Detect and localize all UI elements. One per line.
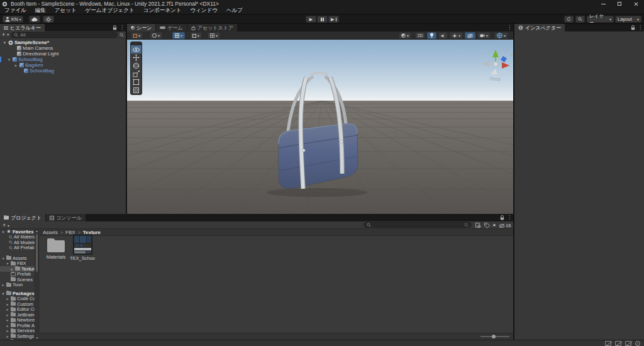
tree-package-item[interactable]: ▸Custom NUnit: [0, 301, 38, 307]
layout-dropdown[interactable]: Layout ▾: [615, 16, 641, 23]
kebab-menu-icon[interactable]: ⋮: [119, 25, 125, 30]
snap-settings-dropdown[interactable]: ▾: [208, 32, 220, 39]
create-dropdown-icon[interactable]: ▾: [8, 224, 9, 228]
tree-assets[interactable]: ▾ Assets: [0, 255, 38, 261]
asset-item-texture[interactable]: TEX_Schoo…: [70, 235, 95, 261]
step-button[interactable]: ▶: [328, 16, 339, 23]
tree-row-bagamr[interactable]: ▸ BagAmr: [0, 62, 126, 68]
menu-help[interactable]: ヘルプ: [222, 7, 247, 14]
tree-texture[interactable]: ▸ Texture: [0, 266, 38, 272]
cloud-button[interactable]: [29, 16, 40, 23]
menu-component[interactable]: コンポーネント: [139, 7, 186, 14]
tree-package-item[interactable]: ▸JetBrains Rider: [0, 312, 38, 318]
lock-icon[interactable]: [113, 25, 117, 30]
tree-scrollbar[interactable]: ▲ ▼: [35, 229, 38, 340]
search-options-icon[interactable]: [464, 223, 469, 227]
play-button[interactable]: ▶: [306, 16, 316, 23]
scale-tool-button[interactable]: [131, 70, 142, 78]
favorites-root[interactable]: ▾ ★ Favorites: [0, 229, 38, 235]
foldout-icon[interactable]: ▾: [1, 230, 5, 234]
foldout-icon[interactable]: ▾: [1, 291, 5, 296]
maximize-button[interactable]: [611, 0, 628, 8]
tree-fbx[interactable]: ▾ FBX: [0, 261, 38, 267]
scene-viewport[interactable]: Persp: [127, 40, 513, 214]
tree-package-item[interactable]: ▸Code Coverage: [0, 296, 38, 302]
tree-row-main-camera[interactable]: Main Camera: [0, 45, 126, 51]
lighting-toggle[interactable]: [427, 32, 436, 39]
transform-tool-button[interactable]: [131, 86, 142, 94]
create-dropdown-icon[interactable]: ▾: [7, 33, 9, 36]
2d-toggle[interactable]: 2D: [415, 32, 425, 39]
minimize-button[interactable]: [595, 0, 611, 8]
foldout-icon[interactable]: ▸: [6, 318, 9, 322]
project-search-input[interactable]: [364, 222, 472, 228]
foldout-icon[interactable]: ▸: [6, 302, 9, 306]
layers-dropdown[interactable]: レイヤー ▾: [587, 16, 614, 23]
foldout-icon[interactable]: ▾: [6, 261, 9, 265]
rect-tool-button[interactable]: [131, 78, 142, 86]
tree-prefab[interactable]: Prefab: [0, 272, 38, 277]
tree-package-item[interactable]: ▸Profile Analyzer: [0, 323, 38, 328]
tree-packages[interactable]: ▾ Packages: [0, 291, 38, 296]
tab-scene[interactable]: シーン: [127, 24, 156, 31]
background-tasks-icon[interactable]: ✓: [635, 341, 640, 346]
menu-file[interactable]: ファイル: [0, 7, 31, 14]
account-dropdown[interactable]: KN ▾: [3, 16, 23, 23]
create-button[interactable]: +: [2, 31, 5, 38]
tab-console[interactable]: コンソール: [46, 214, 86, 221]
tree-scenes[interactable]: Scenes: [0, 277, 38, 282]
splitter[interactable]: [513, 24, 514, 340]
tree-package-item[interactable]: ▸Settings Manager: [0, 333, 38, 339]
foldout-icon[interactable]: ▸: [6, 307, 9, 311]
foldout-icon[interactable]: ▾: [3, 40, 7, 45]
tab-hierarchy[interactable]: ヒエラルキー: [0, 24, 45, 31]
foldout-icon[interactable]: ▾: [7, 57, 11, 62]
rotate-tool-button[interactable]: [131, 62, 142, 70]
grid-snapping-toggle[interactable]: ▾: [172, 32, 185, 39]
thumbnail-zoom-slider[interactable]: [480, 336, 509, 337]
gizmos-dropdown[interactable]: ▾: [494, 32, 508, 39]
increment-snap-dropdown[interactable]: ▾: [190, 32, 202, 39]
lock-icon[interactable]: [500, 215, 504, 220]
pause-button[interactable]: [317, 16, 328, 23]
tool-handle-rotation-dropdown[interactable]: ▾: [150, 32, 162, 39]
menu-gameobject[interactable]: ゲームオブジェクト: [81, 7, 139, 14]
favorites-star-icon[interactable]: ★: [492, 223, 497, 228]
search-by-type-icon[interactable]: [475, 223, 481, 228]
favorites-all-prefabs[interactable]: All Prefabs: [0, 245, 38, 251]
lock-icon[interactable]: [631, 25, 635, 30]
scrollbar-thumb[interactable]: [36, 234, 38, 272]
favorites-all-models[interactable]: All Models: [0, 240, 38, 245]
foldout-icon[interactable]: ▸: [6, 323, 9, 328]
move-tool-button[interactable]: [131, 53, 142, 62]
console-error-muted-icon[interactable]: [605, 341, 611, 346]
tree-row-schoolbag-child[interactable]: SchoolBag: [0, 68, 126, 74]
tool-handle-pivot-dropdown[interactable]: ▾: [131, 32, 143, 39]
slider-knob[interactable]: [492, 335, 496, 338]
favorites-all-materials[interactable]: All Materials: [0, 235, 38, 240]
kebab-menu-icon[interactable]: ⋮: [507, 215, 512, 220]
console-warning-muted-icon[interactable]: [615, 341, 621, 346]
asset-item-materials[interactable]: Materials: [43, 237, 69, 260]
tree-toon[interactable]: ▸ Toon: [0, 282, 38, 288]
tree-package-item[interactable]: ▸Newtonsoft Json: [0, 318, 38, 323]
hierarchy-search-input[interactable]: All: [11, 32, 118, 38]
undo-history-button[interactable]: [564, 16, 574, 23]
foldout-icon[interactable]: ▸: [6, 296, 9, 301]
camera-settings-dropdown[interactable]: ▾: [477, 32, 491, 39]
scene-visibility-toggle[interactable]: [465, 32, 475, 39]
schoolbag-model[interactable]: [127, 40, 513, 214]
view-tool-button[interactable]: [131, 45, 142, 53]
tree-package-item[interactable]: ▸Services: [0, 328, 38, 334]
search-button[interactable]: [575, 16, 585, 23]
tree-package-item[interactable]: ▸Editor Coroutines: [0, 307, 38, 313]
create-button[interactable]: +: [3, 222, 6, 228]
tree-row-directional-light[interactable]: Directional Light: [0, 51, 126, 57]
tab-inspector[interactable]: インスペクター: [514, 24, 565, 31]
draw-mode-dropdown[interactable]: ▾: [399, 32, 411, 39]
settings-button[interactable]: [43, 16, 54, 23]
scroll-up-icon[interactable]: ▲: [35, 229, 38, 233]
foldout-icon[interactable]: ▾: [1, 256, 5, 260]
foldout-icon[interactable]: ▸: [6, 313, 9, 317]
menu-window[interactable]: ウィンドウ: [186, 7, 222, 14]
